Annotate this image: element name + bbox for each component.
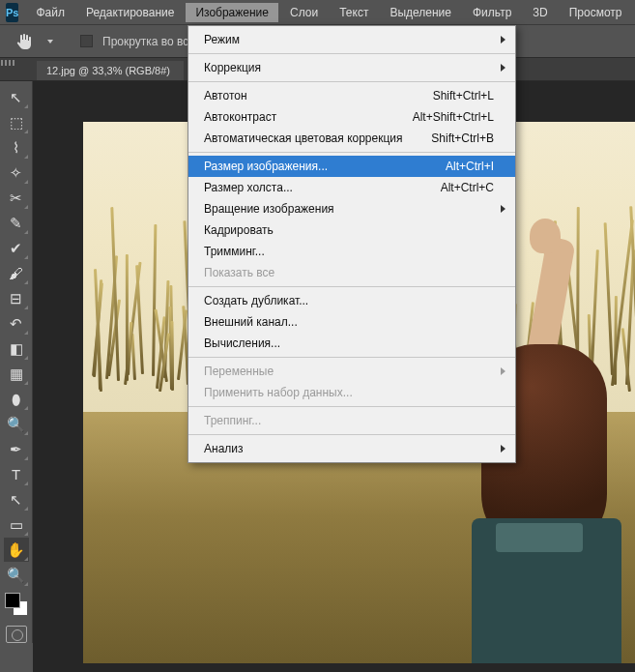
ruler-origin — [0, 58, 35, 68]
path-selection-tool[interactable]: ↖ — [4, 487, 29, 511]
menu-select[interactable]: Выделение — [380, 3, 461, 22]
menu-shortcut: Alt+Ctrl+I — [446, 160, 494, 173]
menu-item-label: Размер холста... — [204, 181, 293, 194]
menu-item-label: Внешний канал... — [204, 315, 298, 329]
magic-wand-tool[interactable]: ✧ — [4, 161, 29, 185]
menu-item[interactable]: Коррекция — [188, 57, 515, 78]
menu-text[interactable]: Текст — [330, 3, 378, 22]
hand-tool[interactable]: ✋ — [4, 538, 29, 562]
quick-mask-toggle[interactable] — [6, 626, 27, 643]
menu-item-label: Применить набор данных... — [204, 386, 353, 399]
menu-item[interactable]: Анализ — [188, 438, 515, 459]
menu-item[interactable]: Создать дубликат... — [188, 290, 515, 311]
tools-panel: ↖⬚⌇✧✂✎✔🖌⊟↶◧▦⬮🔍✒T↖▭✋🔍 — [0, 81, 33, 643]
menu-view[interactable]: Просмотр — [560, 3, 632, 22]
brush-tool[interactable]: 🖌 — [4, 261, 29, 285]
menu-shortcut: Shift+Ctrl+B — [431, 131, 494, 145]
menu-item[interactable]: Внешний канал... — [188, 311, 515, 333]
menu-item-label: Анализ — [204, 442, 244, 455]
document-tab[interactable]: 12.jpg @ 33,3% (RGB/8#) — [37, 61, 184, 80]
crop-tool[interactable]: ✂ — [4, 186, 29, 210]
gradient-tool[interactable]: ▦ — [4, 362, 29, 386]
menu-item-label: Треппинг... — [204, 414, 261, 427]
marquee-tool[interactable]: ⬚ — [4, 110, 29, 134]
menu-item-label: Автотон — [204, 89, 247, 102]
menu-item-label: Автоконтраст — [204, 110, 276, 124]
menu-item[interactable]: Вращение изображения — [188, 198, 515, 219]
eyedropper-tool[interactable]: ✎ — [4, 211, 29, 235]
menu-item-label: Автоматическая цветовая коррекция — [204, 131, 403, 145]
menu-item[interactable]: Тримминг... — [188, 241, 515, 262]
menu-item-label: Вращение изображения — [204, 202, 334, 216]
menu-item[interactable]: Размер холста...Alt+Ctrl+C — [188, 177, 515, 198]
menu-item: Треппинг... — [188, 410, 515, 431]
tool-preset-dropdown-icon[interactable] — [47, 40, 53, 44]
menu-item-label: Кадрировать — [204, 223, 274, 237]
menu-shortcut: Alt+Shift+Ctrl+L — [413, 110, 494, 124]
menu-item: Применить набор данных... — [188, 382, 515, 403]
menu-item-label: Режим — [204, 33, 240, 46]
type-tool[interactable]: T — [4, 462, 29, 486]
app-logo: Ps — [6, 3, 18, 22]
lasso-tool[interactable]: ⌇ — [4, 135, 29, 160]
zoom-tool[interactable]: 🔍 — [4, 563, 29, 587]
history-brush-tool[interactable]: ↶ — [4, 311, 29, 336]
stamp-tool[interactable]: ⊟ — [4, 286, 29, 310]
menu-item: Показать все — [188, 262, 515, 283]
menu-item: Переменные — [188, 361, 515, 382]
menu-item[interactable]: Кадрировать — [188, 219, 515, 241]
menu-item-label: Тримминг... — [204, 245, 265, 258]
menu-item[interactable]: АвтотонShift+Ctrl+L — [188, 85, 515, 106]
menu-item-label: Создать дубликат... — [204, 294, 308, 307]
rectangle-tool[interactable]: ▭ — [4, 512, 29, 537]
menu-item-label: Коррекция — [204, 61, 261, 74]
menu-layers[interactable]: Слои — [280, 3, 328, 22]
menu-3d[interactable]: 3D — [523, 3, 557, 22]
menu-item-label: Показать все — [204, 266, 274, 279]
menu-item[interactable]: АвтоконтрастAlt+Shift+Ctrl+L — [188, 106, 515, 128]
blur-tool[interactable]: ⬮ — [4, 387, 29, 411]
image-menu-dropdown: РежимКоррекцияАвтотонShift+Ctrl+LАвтокон… — [188, 25, 516, 463]
menu-item[interactable]: Вычисления... — [188, 333, 515, 354]
menu-item-label: Переменные — [204, 365, 274, 378]
move-tool[interactable]: ↖ — [4, 85, 29, 109]
menu-edit[interactable]: Редактирование — [76, 3, 184, 22]
menu-item-label: Вычисления... — [204, 336, 280, 350]
menu-shortcut: Shift+Ctrl+L — [433, 89, 494, 102]
scroll-all-windows-checkbox[interactable] — [80, 35, 93, 47]
menu-image[interactable]: Изображение — [186, 3, 278, 22]
menu-item[interactable]: Автоматическая цветовая коррекцияShift+C… — [188, 128, 515, 149]
menu-item-label: Размер изображения... — [204, 160, 328, 173]
hand-tool-icon[interactable] — [14, 31, 35, 52]
menu-item[interactable]: Размер изображения...Alt+Ctrl+I — [188, 156, 515, 177]
dodge-tool[interactable]: 🔍 — [4, 412, 29, 436]
pen-tool[interactable]: ✒ — [4, 437, 29, 461]
healing-brush-tool[interactable]: ✔ — [4, 236, 29, 260]
menu-file[interactable]: Файл — [26, 3, 74, 22]
menu-item[interactable]: Режим — [188, 29, 515, 50]
menu-shortcut: Alt+Ctrl+C — [441, 181, 494, 194]
color-swatches[interactable] — [4, 592, 29, 617]
menubar: Ps Файл Редактирование Изображение Слои … — [0, 0, 635, 25]
eraser-tool[interactable]: ◧ — [4, 336, 29, 361]
menu-filter[interactable]: Фильтр — [463, 3, 521, 22]
